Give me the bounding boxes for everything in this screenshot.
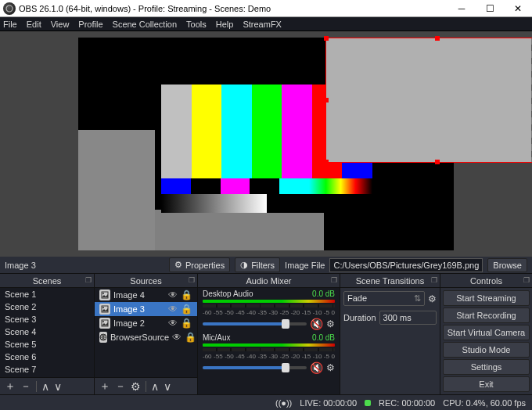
scene-item[interactable]: Scene 3 [0, 313, 94, 325]
scene-add-button[interactable]: ＋ [5, 379, 16, 394]
control-button[interactable]: Settings [443, 359, 530, 375]
dock-sources: Sources❐ Image 4👁🔒Image 3👁🔒Image 2👁🔒Brow… [94, 274, 197, 394]
source-grey-left [78, 130, 155, 250]
source-item[interactable]: Image 4👁🔒 [95, 288, 197, 302]
svg-point-2 [102, 293, 104, 294]
lock-toggle-icon[interactable]: 🔒 [185, 332, 196, 343]
scene-item[interactable]: Scene 8 [0, 376, 94, 377]
control-button[interactable]: Start Recording [443, 308, 530, 323]
scene-item[interactable]: Scene 1 [0, 288, 94, 300]
statusbar: ((●)) LIVE: 00:00:00 REC: 00:00:00 CPU: … [0, 394, 532, 410]
svg-point-0 [6, 5, 13, 12]
dock-mixer-title: Audio Mixer [246, 276, 291, 286]
chevron-updown-icon: ⇅ [414, 293, 421, 304]
sources-list[interactable]: Image 4👁🔒Image 3👁🔒Image 2👁🔒BrowserSource… [95, 288, 197, 377]
titlebar: OBS 26.1.0 (64-bit, windows) - Profile: … [0, 0, 532, 17]
visibility-toggle-icon[interactable]: 👁 [168, 304, 178, 315]
volume-slider[interactable] [203, 322, 307, 325]
status-rec: REC: 00:00:00 [379, 398, 435, 408]
dock-popout-icon[interactable]: ❐ [85, 276, 92, 284]
transition-duration-label: Duration [343, 313, 376, 322]
scene-item[interactable]: Scene 4 [0, 325, 94, 338]
lock-toggle-icon[interactable]: 🔒 [181, 304, 192, 315]
status-live: LIVE: 00:00:00 [300, 398, 357, 408]
menu-scene-collection[interactable]: Scene Collection [113, 20, 178, 29]
mixer-channel: Mic/Aux0.0 dB-60-55-50-45-40-35-30-25-20… [198, 332, 340, 376]
channel-settings-button[interactable]: ⚙ [326, 318, 335, 329]
audio-meter [203, 304, 335, 308]
menu-help[interactable]: Help [216, 20, 234, 29]
selected-source-outline[interactable] [325, 38, 532, 163]
dock-popout-icon[interactable]: ❐ [331, 276, 337, 284]
filters-button[interactable]: ◑Filters [235, 257, 280, 272]
scene-down-button[interactable]: ∨ [54, 380, 62, 393]
scene-up-button[interactable]: ∧ [41, 380, 49, 393]
selected-source-name: Image 3 [5, 261, 36, 270]
source-item[interactable]: Image 2👁🔒 [95, 316, 197, 330]
maximize-button[interactable]: ☐ [476, 0, 504, 17]
channel-name: Mic/Aux [203, 333, 231, 342]
scene-item[interactable]: Scene 2 [0, 300, 94, 313]
globe-icon [99, 332, 107, 343]
dock-scenes-title: Scenes [33, 276, 62, 286]
scene-item[interactable]: Scene 6 [0, 351, 94, 363]
mute-button[interactable]: 🔇 [310, 361, 323, 374]
dock-popout-icon[interactable]: ❐ [189, 276, 195, 284]
source-item[interactable]: Image 3👁🔒 [95, 302, 197, 316]
channel-db: 0.0 dB [312, 333, 335, 342]
window-title: OBS 26.1.0 (64-bit, windows) - Profile: … [19, 4, 448, 13]
control-button[interactable]: Studio Mode [443, 342, 530, 358]
lock-toggle-icon[interactable]: 🔒 [181, 290, 192, 300]
source-down-button[interactable]: ∨ [164, 380, 171, 393]
source-infobar: Image 3 ⚙Properties ◑Filters Image File … [0, 257, 532, 274]
scene-item[interactable]: Scene 7 [0, 363, 94, 376]
menu-file[interactable]: File [3, 20, 17, 29]
menu-tools[interactable]: Tools [186, 20, 207, 29]
minimize-button[interactable]: ─ [448, 0, 476, 17]
mixer-body: Desktop Audio0.0 dB-60-55-50-45-40-35-30… [198, 288, 340, 394]
image-icon [99, 318, 110, 329]
volume-slider[interactable] [203, 366, 307, 369]
source-add-button[interactable]: ＋ [99, 379, 110, 394]
dock-scenes: Scenes❐ Scene 1Scene 2Scene 3Scene 4Scen… [0, 274, 94, 394]
browse-button[interactable]: Browse [487, 258, 527, 272]
dock-controls: Controls❐ Start StreamingStart Recording… [440, 274, 532, 394]
scenes-list[interactable]: Scene 1Scene 2Scene 3Scene 4Scene 5Scene… [0, 288, 94, 377]
control-button[interactable]: Start Virtual Camera [443, 325, 530, 340]
dock-popout-icon[interactable]: ❐ [431, 276, 437, 284]
control-button[interactable]: Exit [443, 376, 530, 392]
audio-meter [203, 348, 335, 351]
transition-select[interactable]: Fade⇅ [343, 291, 425, 306]
transition-duration-field[interactable]: 300 ms [379, 311, 437, 325]
source-properties-button[interactable]: ⚙ [131, 380, 141, 393]
source-item-label: Image 3 [113, 304, 165, 314]
source-item-label: Image 4 [113, 290, 165, 300]
channel-name: Desktop Audio [203, 290, 253, 298]
menu-view[interactable]: View [51, 20, 70, 29]
mixer-channel: Desktop Audio0.0 dB-60-55-50-45-40-35-30… [198, 288, 340, 332]
visibility-toggle-icon[interactable]: 👁 [168, 318, 178, 329]
control-button[interactable]: Start Streaming [443, 290, 530, 306]
visibility-toggle-icon[interactable]: 👁 [168, 290, 178, 300]
source-remove-button[interactable]: － [115, 379, 126, 394]
image-file-path[interactable]: C:/Users/OBS/Pictures/Grey169B.png [329, 258, 483, 272]
transition-settings-button[interactable]: ⚙ [428, 293, 437, 304]
gear-icon: ⚙ [174, 260, 182, 270]
lock-toggle-icon[interactable]: 🔒 [181, 318, 192, 329]
scene-item[interactable]: Scene 5 [0, 338, 94, 351]
visibility-toggle-icon[interactable]: 👁 [172, 332, 182, 343]
image-file-label: Image File [285, 261, 325, 270]
channel-settings-button[interactable]: ⚙ [326, 362, 335, 373]
dock-popout-icon[interactable]: ❐ [523, 276, 530, 284]
close-button[interactable]: ✕ [504, 0, 532, 17]
menu-streamfx[interactable]: StreamFX [243, 20, 282, 29]
source-up-button[interactable]: ∧ [151, 380, 159, 393]
mute-button[interactable]: 🔇 [310, 318, 323, 330]
menu-edit[interactable]: Edit [27, 20, 41, 29]
scene-remove-button[interactable]: － [20, 379, 31, 394]
image-icon [99, 304, 110, 315]
preview-area[interactable] [0, 31, 532, 257]
menu-profile[interactable]: Profile [78, 20, 102, 29]
source-item[interactable]: BrowserSource👁🔒 [95, 330, 197, 344]
properties-button[interactable]: ⚙Properties [169, 257, 230, 272]
